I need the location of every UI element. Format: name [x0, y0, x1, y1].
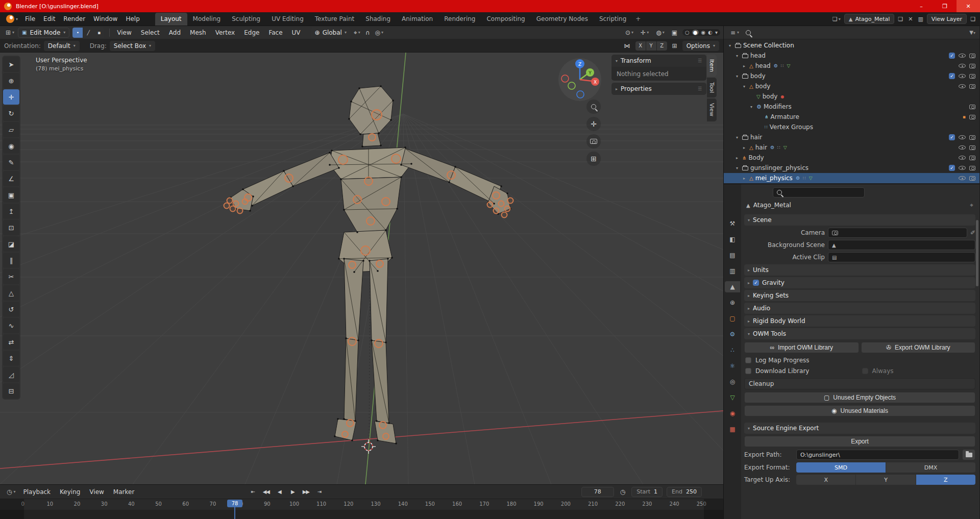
- outliner-row-hair-collection[interactable]: ▾hair✓: [724, 132, 979, 142]
- workspace-tab-rendering[interactable]: Rendering: [438, 13, 481, 26]
- format-dmx-button[interactable]: DMX: [886, 462, 975, 473]
- rendered-shading-button[interactable]: ◐: [708, 30, 713, 35]
- format-smd-button[interactable]: SMD: [796, 462, 886, 473]
- tool-rip-region-button[interactable]: ⊟: [3, 383, 19, 399]
- timeline-track[interactable]: [0, 510, 723, 519]
- export-path-field[interactable]: O:\gunslinger\: [796, 450, 959, 460]
- timeline-body[interactable]: 0102030405060708090100110120130140150160…: [0, 499, 723, 519]
- outliner-row-body-collection[interactable]: ▾body✓: [724, 71, 979, 81]
- tool-measure-button[interactable]: ∠: [3, 171, 19, 186]
- show-gizmo-toggle[interactable]: ✛▾: [639, 29, 651, 36]
- preview-range-clock-icon[interactable]: ◷: [618, 488, 627, 496]
- source-engine-export-section-header[interactable]: ▾Source Engine Export: [744, 423, 975, 434]
- expand-toggle[interactable]: ▾: [727, 43, 733, 48]
- scene-name-field[interactable]: ▲Atago_Metal: [844, 14, 895, 24]
- unused-empty-objects-button[interactable]: ▢Unused Empty Objects: [744, 392, 975, 403]
- tool-annotate-button[interactable]: ✎: [3, 155, 19, 170]
- menu-help[interactable]: Help: [121, 14, 143, 24]
- outliner-row-hair-object[interactable]: ▸△hair⚙∷▽: [724, 142, 979, 153]
- expand-toggle[interactable]: ▾: [734, 74, 740, 79]
- viewport-menu-uv[interactable]: UV: [288, 28, 305, 38]
- tab-constraints[interactable]: ◎: [725, 376, 740, 387]
- log-map-progress-checkbox[interactable]: [745, 357, 751, 363]
- zoom-button[interactable]: [586, 100, 601, 114]
- gizmo-x-negative[interactable]: [561, 75, 569, 82]
- navigation-gizmo[interactable]: Z Y X: [557, 57, 603, 103]
- cleanup-subpanel-header[interactable]: Cleanup: [744, 378, 975, 389]
- editor-type-button[interactable]: ⊞▾: [3, 29, 17, 36]
- keying-sets-section-header[interactable]: ▸Keying Sets: [744, 290, 975, 301]
- vertex-select-mode-button[interactable]: •: [72, 28, 83, 38]
- tab-material[interactable]: ◉: [725, 408, 740, 419]
- tab-physics[interactable]: ⚛: [725, 360, 740, 372]
- outliner-row-body-meshdata[interactable]: ▽body●: [724, 91, 979, 102]
- sidebar-tab-view[interactable]: View: [707, 98, 717, 121]
- tool-knife-button[interactable]: ✂: [3, 269, 19, 284]
- hide-eye-icon[interactable]: [959, 145, 966, 150]
- expand-toggle[interactable]: ▾: [748, 105, 754, 109]
- gizmo-z-negative[interactable]: [577, 91, 584, 98]
- tool-select-box-button[interactable]: ➤: [3, 57, 19, 72]
- import-owm-library-button[interactable]: ∞Import OWM Library: [744, 342, 859, 353]
- expand-toggle[interactable]: ▾: [734, 54, 740, 58]
- tool-bevel-button[interactable]: ◪: [3, 236, 19, 252]
- properties-panel-header[interactable]: ▸Properties☰: [611, 83, 706, 95]
- titlebar[interactable]: Blender [O:\gunslinger.blend] – ❐ ✕: [0, 0, 980, 12]
- owm-tools-section-header[interactable]: ▾OWM Tools: [744, 328, 975, 339]
- disable-render-icon[interactable]: [969, 135, 975, 140]
- viewport-menu-view[interactable]: View: [113, 28, 135, 38]
- menu-render[interactable]: Render: [59, 14, 89, 24]
- edge-select-mode-button[interactable]: ╱: [83, 28, 93, 38]
- tool-move-button[interactable]: ✛: [3, 89, 19, 105]
- viewport-menu-face[interactable]: Face: [264, 28, 286, 38]
- pan-view-button[interactable]: ✛: [586, 117, 601, 131]
- browse-path-button[interactable]: [962, 449, 975, 460]
- scene-section-header[interactable]: ▾Scene: [744, 214, 975, 226]
- viewport-menu-edge[interactable]: Edge: [240, 28, 263, 38]
- tab-render[interactable]: ◧: [725, 234, 740, 245]
- disable-render-icon[interactable]: [969, 54, 975, 58]
- expand-toggle[interactable]: ▸: [741, 145, 747, 150]
- tool-cursor-button[interactable]: ⊕: [3, 73, 19, 88]
- viewport-scene[interactable]: [0, 53, 723, 484]
- expand-toggle[interactable]: ▸: [734, 156, 740, 160]
- tab-scene[interactable]: ▲: [725, 281, 740, 292]
- hide-eye-icon[interactable]: [959, 74, 966, 78]
- expand-toggle[interactable]: ▾: [741, 84, 747, 89]
- gizmo-y-negative[interactable]: [568, 82, 575, 89]
- expand-toggle[interactable]: ▸: [741, 64, 747, 68]
- units-section-header[interactable]: ▸Units: [744, 264, 975, 276]
- export-button[interactable]: Export: [744, 436, 975, 447]
- face-select-mode-button[interactable]: ▪: [94, 28, 104, 38]
- wireframe-shading-button[interactable]: ○: [685, 30, 690, 35]
- snap-grid-icon[interactable]: ⊞: [670, 42, 679, 50]
- active-clip-field[interactable]: ▤: [828, 252, 975, 262]
- menu-file[interactable]: File: [21, 14, 39, 24]
- outliner-row-head-object[interactable]: ▸△head⚙∷▽: [724, 61, 979, 71]
- new-scene-button[interactable]: ❏: [896, 15, 904, 23]
- timeline-playhead[interactable]: 78: [227, 499, 242, 519]
- tool-inset-faces-button[interactable]: ⊡: [3, 220, 19, 235]
- eyedropper-icon[interactable]: ✐: [970, 229, 975, 236]
- editor-type-button[interactable]: ◷▾: [4, 488, 18, 496]
- add-workspace-button[interactable]: +: [632, 13, 644, 26]
- hide-eye-icon[interactable]: [959, 176, 966, 180]
- tab-particles[interactable]: ∴: [725, 344, 740, 356]
- tool-scale-button[interactable]: ▱: [3, 122, 19, 137]
- collection-checkbox[interactable]: ✓: [949, 73, 955, 79]
- tab-output[interactable]: ▤: [725, 250, 740, 261]
- proportional-editing-dropdown[interactable]: ◎▾: [373, 29, 386, 36]
- tool-transform-button[interactable]: ◉: [3, 138, 19, 154]
- play-reverse-button[interactable]: ◀: [273, 487, 285, 497]
- mirror-y-button[interactable]: Y: [646, 41, 656, 51]
- timeline-menu-view[interactable]: View: [85, 487, 108, 497]
- viewport-menu-select[interactable]: Select: [137, 28, 164, 38]
- workspace-tab-uv-editing[interactable]: UV Editing: [266, 13, 309, 26]
- outliner-row-body-object[interactable]: ▾△body: [724, 81, 979, 91]
- play-button[interactable]: ▶: [286, 487, 299, 497]
- export-owm-library-button[interactable]: ✇Export OWM Library: [861, 342, 976, 353]
- drag-select[interactable]: Select Box▾: [110, 41, 155, 51]
- transform-panel-header[interactable]: ▾Transform☰: [611, 55, 706, 67]
- expand-toggle[interactable]: ▸: [741, 176, 747, 181]
- tab-object[interactable]: ▢: [725, 313, 740, 324]
